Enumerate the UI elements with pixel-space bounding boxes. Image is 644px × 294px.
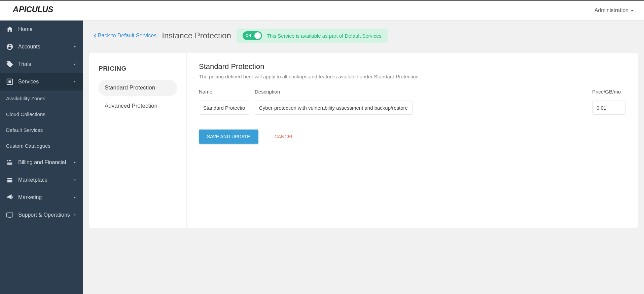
chevron-down-icon	[72, 160, 77, 165]
svg-rect-3	[8, 80, 11, 83]
sidebar-label: Accounts	[18, 44, 72, 50]
save-button[interactable]: SAVE AND UPDATE	[199, 130, 258, 144]
chevron-up-icon	[72, 79, 77, 84]
pricing-form-row: Name Description Price/GB/mo	[199, 89, 626, 115]
marketplace-icon	[6, 176, 13, 184]
form-buttons: SAVE AND UPDATE CANCEL	[199, 130, 626, 144]
pricing-content: Standard Protection The pricing defined …	[187, 53, 638, 228]
home-icon	[6, 26, 13, 33]
back-link-label: Back to Default Services	[98, 33, 156, 39]
content-card: PRICING Standard Protection Advanced Pro…	[89, 53, 638, 228]
chevron-left-icon	[93, 33, 97, 38]
svg-rect-4	[7, 213, 13, 217]
section-description: The pricing defined here will apply to a…	[199, 74, 626, 79]
column-header-name: Name	[199, 89, 249, 95]
page-title: Instance Protection	[162, 31, 231, 40]
pricing-sidebar-title: PRICING	[99, 65, 177, 72]
sidebar-item-accounts[interactable]: Accounts	[0, 38, 83, 56]
section-title: Standard Protection	[199, 62, 626, 71]
sidebar-sub-availability-zones[interactable]: Availability Zones	[0, 90, 83, 106]
banner-text: This Service is available as part of Def…	[267, 33, 382, 39]
sidebar-item-marketplace[interactable]: Marketplace	[0, 171, 83, 189]
toggle-knob	[254, 32, 261, 39]
sidebar-item-services[interactable]: Services	[0, 73, 83, 90]
sidebar-item-support[interactable]: Support & Operations	[0, 206, 83, 224]
column-header-description: Description	[255, 89, 413, 95]
administration-dropdown[interactable]: Administration	[595, 7, 634, 13]
sidebar-label: Trials	[18, 61, 72, 67]
chevron-down-icon	[72, 44, 77, 49]
toggle-label: ON	[246, 34, 251, 38]
main-content: Back to Default Services Instance Protec…	[83, 21, 644, 294]
back-link[interactable]: Back to Default Services	[93, 33, 156, 39]
sidebar-item-marketing[interactable]: Marketing	[0, 189, 83, 206]
column-header-price: Price/GB/mo	[592, 89, 626, 95]
pricing-tab-advanced[interactable]: Advanced Protection	[99, 98, 177, 114]
sidebar-sub-default-services[interactable]: Default Services	[0, 122, 83, 138]
services-icon	[6, 78, 13, 85]
page-header: Back to Default Services Instance Protec…	[83, 21, 644, 53]
description-input[interactable]	[255, 101, 413, 115]
sidebar-item-home[interactable]: Home	[0, 21, 83, 38]
sidebar-subgroup-services: Availability Zones Cloud Collections Def…	[0, 90, 83, 154]
logo: A PICULUS	[13, 5, 67, 16]
name-input[interactable]	[199, 101, 249, 115]
marketing-icon	[6, 194, 13, 201]
availability-banner: ON This Service is available as part of …	[237, 29, 388, 43]
sidebar-item-billing[interactable]: Billing and Financial	[0, 154, 83, 171]
chevron-down-icon	[72, 213, 77, 217]
price-input[interactable]	[592, 101, 626, 115]
administration-label: Administration	[595, 7, 629, 13]
pricing-tab-standard[interactable]: Standard Protection	[99, 80, 177, 96]
sidebar-item-trials[interactable]: Trials	[0, 56, 83, 73]
sidebar-label: Billing and Financial	[18, 159, 72, 166]
sidebar-label: Marketing	[18, 194, 72, 200]
sidebar-label: Marketplace	[18, 177, 72, 183]
sidebar-label: Support & Operations	[18, 212, 72, 218]
account-icon	[6, 43, 13, 50]
sidebar-sub-cloud-collections[interactable]: Cloud Collections	[0, 106, 83, 122]
availability-toggle[interactable]: ON	[243, 31, 262, 40]
chevron-down-icon	[72, 62, 77, 67]
pricing-sidebar: PRICING Standard Protection Advanced Pro…	[89, 53, 187, 228]
sidebar: Home Accounts Trials Services	[0, 21, 83, 294]
cancel-button[interactable]: CANCEL	[268, 130, 300, 144]
sidebar-label: Home	[18, 26, 77, 32]
tag-icon	[6, 61, 13, 68]
sidebar-sub-custom-catalogues[interactable]: Custom Catalogues	[0, 138, 83, 154]
sidebar-label: Services	[18, 79, 72, 85]
chevron-down-icon	[72, 195, 77, 200]
chevron-down-icon	[72, 178, 77, 182]
svg-text:A: A	[13, 5, 19, 14]
caret-down-icon	[631, 10, 634, 11]
billing-icon	[6, 159, 13, 166]
support-icon	[6, 211, 13, 219]
top-bar: A PICULUS Administration	[0, 0, 644, 21]
svg-text:PICULUS: PICULUS	[19, 5, 53, 14]
